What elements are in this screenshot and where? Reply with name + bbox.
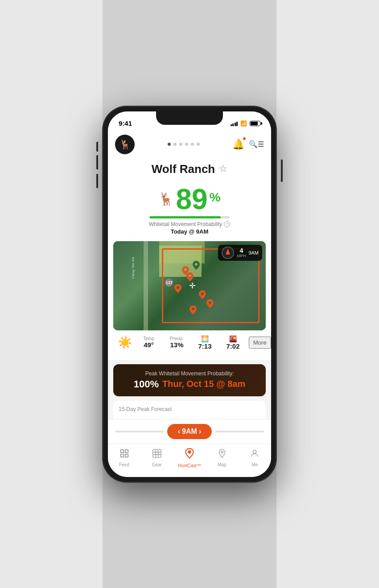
map-pin-2[interactable]	[193, 261, 200, 271]
map-road-label: Camp Ten Rd	[131, 257, 135, 279]
time-slider-left-track[interactable]	[115, 431, 164, 432]
search-menu-icon[interactable]: 🔍☰	[249, 140, 264, 148]
nav-item-feed[interactable]: Feed	[111, 448, 138, 467]
wind-unit: MPH	[237, 254, 246, 258]
precip-label: Precip.	[170, 336, 184, 341]
wind-info: 4 MPH	[237, 247, 246, 258]
feed-icon	[119, 448, 129, 461]
peak-value-row: 100% Thur, Oct 15 @ 8am	[120, 378, 259, 390]
probability-fill	[149, 216, 221, 218]
scroll-content[interactable]: Wolf Ranch ☆ 🦌 89 % Whitetail Mo	[108, 158, 271, 419]
property-section: Wolf Ranch ☆	[108, 158, 271, 182]
map-pin-4[interactable]	[174, 284, 181, 295]
me-label: Me	[251, 462, 258, 467]
huntcast-label: HuntCast™	[178, 463, 201, 468]
movement-label: Whitetail Movement Probability ?	[115, 221, 264, 227]
right-chevron-icon: ›	[199, 428, 201, 436]
map-pin-5[interactable]	[199, 290, 206, 301]
time-selector-button[interactable]: ‹ 9AM ›	[167, 424, 212, 439]
dot-4[interactable]	[185, 143, 188, 146]
map-container[interactable]: Camp Ten Rd ✛	[113, 241, 266, 330]
sunset-value: 7:02	[226, 342, 239, 350]
weather-precip: Precip. 13%	[165, 336, 189, 349]
weather-more-button[interactable]: More	[249, 337, 271, 349]
signal-bar-2	[232, 123, 234, 126]
svg-point-6	[253, 450, 256, 453]
svg-rect-1	[125, 449, 128, 452]
dots-navigation	[168, 143, 200, 146]
battery-fill	[251, 122, 258, 125]
notification-badge	[243, 137, 246, 140]
probability-number: 89	[176, 185, 207, 214]
forecast-title: 15-Day Peak Forecast	[119, 406, 260, 412]
probability-display: 🦌 89 %	[115, 185, 264, 214]
bottom-navigation: Feed Gear HuntCast™	[108, 444, 271, 477]
dot-1[interactable]	[168, 143, 171, 146]
weather-temp: Temp 49°	[136, 336, 161, 349]
nav-item-map[interactable]: Map	[209, 448, 235, 467]
volume-down-button[interactable]	[96, 174, 98, 188]
me-icon	[250, 448, 260, 461]
app-header: 🦌 🔔 🔍☰	[108, 131, 271, 158]
phone-frame: 9:41 📶 🦌	[103, 106, 276, 482]
map-pin-3[interactable]	[186, 272, 194, 283]
nav-item-huntcast[interactable]: HuntCast™	[176, 448, 203, 468]
peak-label: Peak Whitetail Movement Probability:	[120, 370, 259, 377]
time-slider-right-track[interactable]	[215, 431, 264, 432]
svg-rect-0	[120, 449, 123, 452]
movement-time: Today @ 9AM	[115, 228, 264, 235]
precip-value: 13%	[170, 341, 183, 349]
avatar-icon: 🦌	[119, 139, 131, 150]
temp-value: 49°	[144, 341, 154, 349]
silent-button[interactable]	[96, 142, 98, 152]
dot-3[interactable]	[179, 143, 182, 146]
dot-2[interactable]	[173, 143, 177, 146]
huntcast-icon	[184, 448, 195, 462]
wifi-icon: 📶	[240, 120, 247, 127]
power-button[interactable]	[281, 160, 283, 182]
map-pin-6[interactable]	[206, 299, 214, 310]
sunset-icon: 🌇	[229, 335, 237, 342]
avatar[interactable]: 🦌	[115, 135, 135, 154]
property-title: Wolf Ranch ☆	[115, 162, 264, 176]
dot-6[interactable]	[197, 143, 200, 146]
weather-sunrise: 🌅 7:13	[193, 335, 217, 350]
notification-icon: 🔔	[232, 139, 244, 150]
feed-label: Feed	[119, 462, 129, 467]
phone-screen: 9:41 📶 🦌	[108, 111, 271, 477]
wind-widget: 4 MPH 9AM	[218, 245, 262, 261]
signal-bar-3	[235, 123, 236, 126]
wind-time: 9AM	[248, 250, 259, 255]
map-background: Camp Ten Rd ✛	[113, 241, 266, 330]
notification-button[interactable]: 🔔	[232, 139, 244, 150]
map-section: Camp Ten Rd ✛	[108, 241, 271, 360]
svg-rect-4	[153, 449, 161, 457]
svg-point-5	[188, 451, 190, 453]
map-pin-7[interactable]	[190, 305, 197, 316]
map-pin-small[interactable]: 117	[165, 279, 173, 287]
time-slider-bar: ‹ 9AM ›	[108, 419, 271, 444]
deer-icon: 🦌	[158, 192, 174, 206]
sunrise-value: 7:13	[198, 342, 211, 350]
wind-arrow-icon	[226, 248, 230, 255]
weather-sunset: 🌇 7:02	[221, 335, 245, 350]
weather-bar: ☀️ Temp 49° Precip. 13% 🌅	[113, 330, 266, 354]
status-time: 9:41	[119, 119, 132, 127]
dot-5[interactable]	[191, 143, 194, 146]
volume-up-button[interactable]	[96, 155, 98, 169]
signal-bar-4	[236, 122, 238, 126]
time-label: 9AM	[182, 428, 197, 436]
map-label: Map	[218, 462, 226, 467]
favorite-star-icon[interactable]: ☆	[218, 163, 227, 175]
movement-info-icon[interactable]: ?	[224, 221, 230, 227]
nav-item-gear[interactable]: Gear	[144, 448, 170, 467]
sunrise-icon: 🌅	[201, 335, 209, 342]
left-chevron-icon: ‹	[178, 428, 180, 436]
battery-icon	[250, 121, 260, 126]
temp-label: Temp	[143, 336, 154, 341]
nav-item-me[interactable]: Me	[241, 448, 268, 467]
wind-compass	[222, 247, 234, 259]
weather-sun-icon: ☀️	[118, 336, 132, 350]
map-road	[144, 241, 148, 330]
gear-nav-icon	[152, 448, 162, 461]
